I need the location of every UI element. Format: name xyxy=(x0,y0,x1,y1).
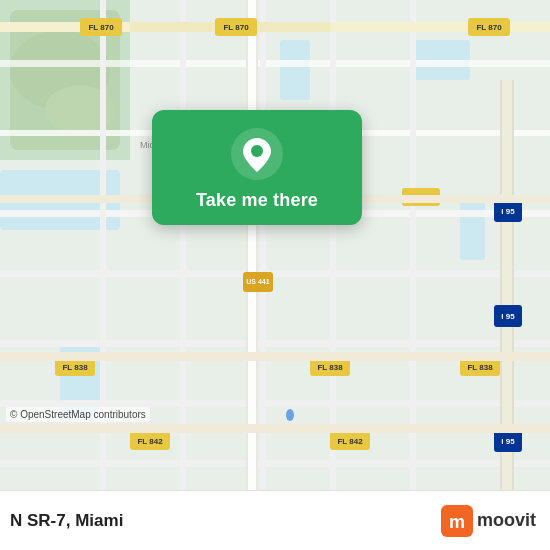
svg-rect-7 xyxy=(280,40,310,100)
svg-rect-19 xyxy=(260,0,266,490)
svg-text:FL 870: FL 870 xyxy=(88,23,114,32)
svg-rect-20 xyxy=(330,0,336,490)
take-me-there-button[interactable]: Take me there xyxy=(196,190,318,211)
location-card[interactable]: Take me there xyxy=(152,110,362,225)
svg-text:I 95: I 95 xyxy=(501,312,515,321)
svg-text:I 95: I 95 xyxy=(501,437,515,446)
svg-text:m: m xyxy=(449,512,465,532)
svg-rect-15 xyxy=(0,400,550,407)
svg-text:FL 870: FL 870 xyxy=(476,23,502,32)
map-container: FL 870 FL 870 FL 870 US 441 FL 816 FL 83… xyxy=(0,0,550,490)
svg-rect-10 xyxy=(0,60,550,67)
svg-rect-9 xyxy=(460,200,485,260)
svg-point-60 xyxy=(251,145,263,157)
svg-rect-18 xyxy=(180,0,186,490)
svg-rect-13 xyxy=(0,270,550,277)
svg-text:I 95: I 95 xyxy=(501,207,515,216)
svg-rect-16 xyxy=(0,460,550,467)
svg-rect-14 xyxy=(0,340,550,347)
svg-rect-21 xyxy=(410,0,416,490)
svg-text:FL 842: FL 842 xyxy=(337,437,363,446)
osm-attribution: © OpenStreetMap contributors xyxy=(6,407,150,422)
svg-text:FL 870: FL 870 xyxy=(223,23,249,32)
svg-rect-23 xyxy=(248,0,256,490)
svg-point-58 xyxy=(286,409,294,421)
svg-text:FL 838: FL 838 xyxy=(62,363,88,372)
svg-text:FL 842: FL 842 xyxy=(137,437,163,446)
svg-rect-56 xyxy=(0,424,550,433)
svg-rect-55 xyxy=(0,352,550,361)
location-pin-icon xyxy=(231,128,283,180)
moovit-logo: m moovit xyxy=(441,505,536,537)
moovit-brand-icon: m xyxy=(441,505,473,537)
svg-text:FL 838: FL 838 xyxy=(467,363,493,372)
moovit-text: moovit xyxy=(477,510,536,531)
svg-text:FL 838: FL 838 xyxy=(317,363,343,372)
location-name: N SR-7, Miami xyxy=(10,511,123,531)
svg-text:US 441: US 441 xyxy=(246,278,269,285)
bottom-bar: N SR-7, Miami m moovit xyxy=(0,490,550,550)
